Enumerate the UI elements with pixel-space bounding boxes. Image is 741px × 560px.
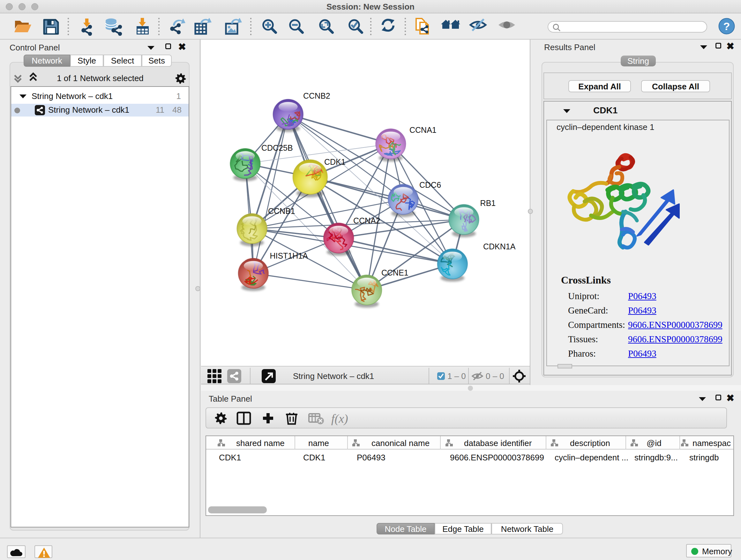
- svg-text:?: ?: [724, 20, 730, 32]
- svg-text:String Network – cdk1: String Network – cdk1: [293, 371, 374, 381]
- svg-text:CDK1: CDK1: [324, 158, 346, 166]
- svg-text:CCNE1: CCNE1: [381, 268, 408, 277]
- svg-text:RB1: RB1: [480, 199, 496, 207]
- svg-text:namespac: namespac: [692, 438, 731, 448]
- svg-text:name: name: [308, 438, 329, 448]
- svg-text:CDKN1A: CDKN1A: [483, 242, 516, 251]
- svg-text:0 – 0: 0 – 0: [486, 371, 504, 381]
- svg-text:CCNB1: CCNB1: [268, 206, 295, 215]
- svg-text:9606.ENSP00000378699: 9606.ENSP00000378699: [450, 453, 544, 462]
- svg-text:f(x): f(x): [331, 412, 348, 426]
- svg-text:P06493: P06493: [357, 453, 386, 462]
- svg-text:shared name: shared name: [236, 438, 285, 448]
- svg-text:database identifier: database identifier: [464, 438, 532, 448]
- svg-text:stringdb: stringdb: [689, 453, 719, 462]
- svg-text:CDK1: CDK1: [219, 453, 241, 462]
- svg-text:canonical name: canonical name: [372, 438, 429, 448]
- svg-text:stringdb:9...: stringdb:9...: [634, 453, 678, 462]
- svg-text:CCNB2: CCNB2: [303, 91, 330, 100]
- svg-text:HIST1H1A: HIST1H1A: [270, 251, 308, 260]
- svg-text:CCNA2: CCNA2: [353, 216, 381, 225]
- svg-text:CCNA1: CCNA1: [409, 125, 436, 134]
- svg-text:@id: @id: [647, 438, 662, 448]
- svg-text:cyclin–dependent ...: cyclin–dependent ...: [555, 453, 628, 462]
- svg-text:CDK1: CDK1: [303, 453, 325, 462]
- svg-text:description: description: [570, 438, 610, 448]
- svg-text:CDC6: CDC6: [419, 180, 441, 189]
- svg-text:1 – 0: 1 – 0: [448, 371, 466, 381]
- svg-text:CDC25B: CDC25B: [261, 143, 293, 152]
